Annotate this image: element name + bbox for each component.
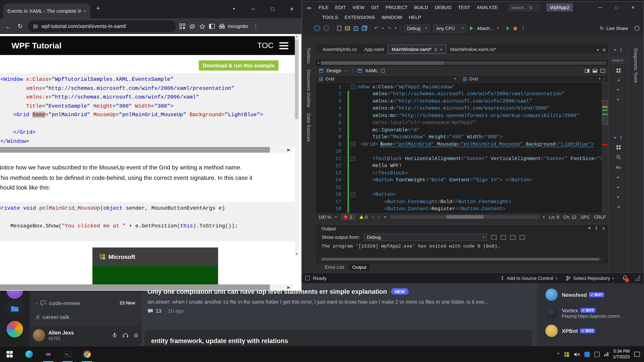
scroll-left-arrow[interactable]: ◂ (318, 61, 319, 65)
forum-post[interactable]: Only one compilation unit can have top l… (148, 288, 534, 314)
scroll-up-arrow[interactable]: ▲ (295, 34, 298, 38)
toc-link[interactable]: TOC (257, 41, 274, 50)
maximize-button[interactable]: □ (263, 0, 282, 17)
search-icon[interactable] (616, 155, 621, 160)
tree-expander-icon[interactable]: ▸ (617, 185, 619, 189)
add-to-source-control-button[interactable]: ↥ Add to Source Control ▾ (500, 275, 557, 281)
navigate-forward-icon[interactable]: → (324, 25, 330, 31)
tab-toolbox[interactable]: Toolbox (306, 48, 311, 64)
tab-close-icon[interactable]: × (83, 8, 86, 14)
undo-icon[interactable]: ↶ (374, 25, 378, 31)
user-avatar[interactable] (33, 329, 45, 341)
select-repository-button[interactable]: Select Repository ▾ (566, 276, 614, 280)
microphone-icon[interactable] (112, 333, 118, 338)
microsoft-ad-banner[interactable]: Microsoft (92, 248, 218, 284)
close-button[interactable]: × (282, 0, 301, 17)
doc-tab-mainwindow-xaml[interactable]: MainWindow.xaml*↧× (388, 45, 446, 54)
tab-output[interactable]: Output (349, 264, 370, 270)
tab-document-outline[interactable]: Document Outline (306, 70, 311, 107)
mini-search-box[interactable]: Search (610, 57, 626, 63)
editor-line-14[interactable]: 14 <Button FontWeight="Bold" Content="Si… (316, 177, 602, 184)
pin-icon[interactable]: ↧ (619, 135, 623, 140)
grid-view-icon[interactable] (616, 68, 620, 72)
editor-horizontal-scrollbar[interactable] (390, 215, 539, 219)
hidden-icons-chevron[interactable]: ^ (557, 352, 559, 357)
close-button[interactable]: × (625, 2, 641, 13)
menu-debug[interactable]: DEBUG (435, 5, 452, 10)
platform-dropdown[interactable]: Any CPU▾ (433, 24, 466, 32)
minimize-button[interactable]: ─ (592, 2, 608, 13)
output-horizontal-scrollbar[interactable] (319, 258, 604, 261)
volume-muted-icon[interactable] (574, 352, 580, 357)
warning-indicator[interactable]: 0 (359, 215, 368, 219)
tab-diagnostic-tools[interactable]: Diagnostic Tools (634, 48, 638, 271)
editor-line-15[interactable]: 15 (316, 184, 602, 191)
vertical-split-icon[interactable] (585, 69, 589, 72)
xaml-code-editor[interactable]: 1−<Window x:Class="WpfApp2.MainWindow"2 … (316, 82, 602, 213)
close-panel-icon[interactable]: × (602, 226, 605, 231)
doc-tab-assemblyinfo-cs[interactable]: AssemblyInfo.cs (319, 45, 360, 54)
toggle-word-wrap-icon[interactable] (520, 235, 525, 240)
prev-issue-icon[interactable]: ↑ (372, 215, 374, 219)
menu-analyze[interactable]: ANALYZE (477, 5, 498, 10)
xaml-tab[interactable]: XAML (365, 68, 378, 73)
scroll-right-arrow[interactable]: ▶ (285, 147, 292, 153)
tree-expander-icon[interactable]: ▸ (617, 195, 619, 199)
page-vertical-scrollbar[interactable]: ▲ ▼ (295, 34, 298, 256)
editor-line-4[interactable]: 4 xmlns:d="http://schemas.microsoft.com/… (316, 105, 602, 112)
editor-line-6[interactable]: 6 xmlns:local="clr-namespace:WpfApp2" (316, 119, 602, 126)
scrollbar-thumb[interactable] (322, 258, 600, 261)
side-panel-icon[interactable] (209, 24, 215, 29)
download-example-button[interactable]: Download & run this example (199, 60, 278, 70)
popout-icon[interactable] (381, 69, 385, 72)
member-row[interactable]: Newsfeed✓ BOT (546, 286, 644, 304)
eye-off-icon[interactable] (189, 23, 196, 29)
collapse-pane-icon[interactable] (600, 69, 605, 72)
live-share-icon[interactable]: ↻ (600, 25, 604, 31)
menu-view[interactable]: VIEW (352, 5, 364, 10)
taskbar-chrome[interactable] (77, 346, 96, 362)
error-indicator[interactable]: ✕1 (341, 214, 355, 220)
editor-vertical-scrollbar[interactable] (602, 82, 608, 213)
open-file-icon[interactable] (345, 26, 350, 30)
browser-tab[interactable]: Events in XAML - The complete W × (3, 4, 90, 18)
editor-line-5[interactable]: 5 xmlns:mc="http://schemas.openxmlformat… (316, 112, 602, 119)
server-icon[interactable] (6, 321, 23, 337)
grid-view-icon[interactable] (616, 145, 620, 149)
editor-line-18[interactable]: 18 <Button.Content>Register</Button.Cont… (316, 205, 602, 213)
back-button[interactable]: ← (4, 23, 12, 30)
fold-collapse-icon[interactable]: − (351, 192, 355, 197)
start-button[interactable] (0, 346, 19, 362)
editor-line-12[interactable]: 12 Hello WPF! (316, 162, 602, 170)
headphones-icon[interactable] (122, 333, 129, 338)
address-bar[interactable]: wpf-tutorial.com/xaml/events-in-xaml/ (28, 20, 176, 32)
menu-edit[interactable]: EDIT (335, 5, 346, 10)
design-tab[interactable]: Design (326, 68, 341, 73)
output-source-dropdown[interactable]: Debug▾ (364, 233, 487, 241)
member-row[interactable]: Vortex✓ BOT Playing https://jagrosh.com/… (546, 304, 644, 322)
pin-icon[interactable]: ↧ (434, 47, 438, 51)
tray-app-icon[interactable] (584, 352, 590, 357)
bookmark-star-icon[interactable] (199, 23, 206, 29)
editor-line-8[interactable]: 8 Title="MainWindow" Height="450" Width=… (316, 134, 602, 141)
minimize-button[interactable]: ─ (244, 0, 263, 17)
editor-line-9[interactable]: 9− <Grid> Name="pnlMainGrid" MouseUp="pn… (316, 141, 602, 148)
menu-help[interactable]: HELP (409, 15, 421, 19)
settings-gear-icon[interactable]: ⚙ (134, 332, 138, 338)
tree-expander-icon[interactable]: ▸ (617, 175, 619, 179)
solution-name-chip[interactable]: WpfApp2 (546, 3, 573, 11)
close-tab-icon[interactable]: × (440, 47, 442, 51)
tree-expander-icon[interactable]: ▸ (617, 97, 619, 101)
designer-scrollbar[interactable]: ◂ (316, 60, 608, 66)
swap-panes-icon[interactable]: ↑↓ (344, 68, 348, 72)
live-share-label[interactable]: Live Share (606, 26, 628, 31)
editor-line-13[interactable]: 13 </TextBlock> (316, 169, 602, 177)
resize-grip[interactable] (635, 275, 640, 281)
scroll-right-arrow[interactable]: ▸ (543, 215, 545, 219)
action-center-icon[interactable] (634, 352, 640, 357)
maximize-button[interactable]: □ (608, 2, 625, 13)
start-debug-icon[interactable] (470, 26, 473, 30)
scrollbar-thumb[interactable] (0, 284, 270, 290)
menu-test[interactable]: TEST (458, 5, 470, 10)
qr-grid-icon[interactable] (180, 23, 185, 29)
